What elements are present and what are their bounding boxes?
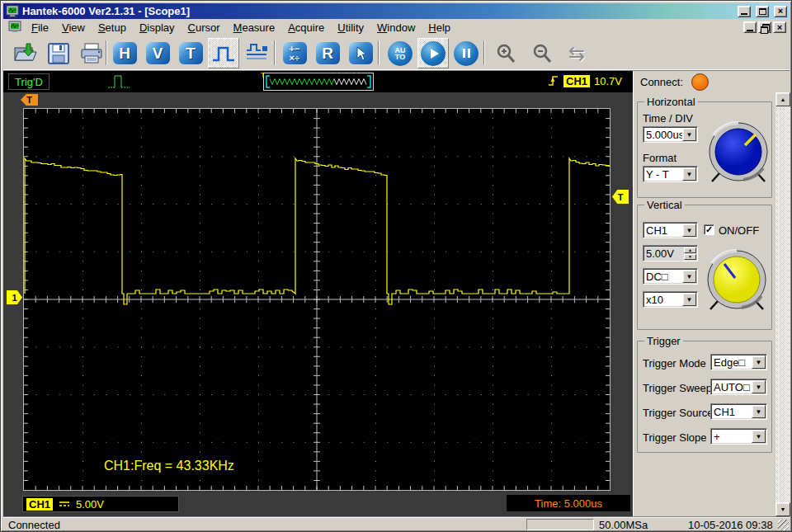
window-title: Hantek-6000 Ver2.1.31 - [Scope1] xyxy=(22,5,190,17)
panel-scrollbar[interactable]: ▲ ▼ xyxy=(776,92,790,516)
menu-acquire[interactable]: Acquire xyxy=(281,20,331,35)
play-icon xyxy=(421,41,446,66)
connect-led xyxy=(691,73,709,91)
swap-arrows-icon: ⇆ xyxy=(568,42,585,65)
trigger-time-marker[interactable]: T xyxy=(21,94,38,106)
channel-select[interactable]: CH1 ▼ xyxy=(643,222,698,238)
trigger-slope-label: Trigger Slope xyxy=(643,431,707,444)
chevron-down-icon[interactable]: ▼ xyxy=(682,270,696,283)
close-button[interactable]: × xyxy=(774,6,787,17)
volts-knob[interactable] xyxy=(702,247,771,316)
zoom-out-button[interactable] xyxy=(526,38,558,68)
chevron-down-icon[interactable]: ▼ xyxy=(752,430,766,443)
chevron-down-icon[interactable]: ▼ xyxy=(682,293,696,306)
mdi-close-button[interactable]: × xyxy=(773,21,786,33)
dc-coupling-icon xyxy=(58,500,71,508)
h-icon: H xyxy=(113,42,137,64)
trigger-sweep-select[interactable]: AUTO□ ▼ xyxy=(710,379,767,395)
spin-up-icon[interactable]: ▲ xyxy=(684,247,696,253)
app-window: Hantek-6000 Ver2.1.31 - [Scope1] × File … xyxy=(0,0,792,532)
menu-setup[interactable]: Setup xyxy=(92,20,133,35)
toolbar: H V T +−×÷ R xyxy=(3,35,790,71)
mdi-minimize-button[interactable] xyxy=(743,21,757,33)
trigger-mode-select[interactable]: Edge□ ▼ xyxy=(710,354,767,370)
channel1-level-marker[interactable]: 1 xyxy=(7,290,22,304)
multi-waveform-button[interactable] xyxy=(241,38,272,68)
trigger-level-marker[interactable]: T xyxy=(612,190,629,204)
horizontal-group-title: Horizontal xyxy=(644,96,698,108)
menu-measure[interactable]: Measure xyxy=(227,20,282,35)
channel1-info-bar: CH1 5.00V xyxy=(22,496,179,512)
menu-utility[interactable]: Utility xyxy=(331,20,370,35)
trig-status-box: Trig'D xyxy=(8,73,50,90)
format-label: Format xyxy=(643,152,676,164)
menu-file[interactable]: File xyxy=(25,20,55,35)
zoom-in-button[interactable] xyxy=(490,38,521,68)
timebase-knob[interactable] xyxy=(704,119,773,188)
maximize-button[interactable] xyxy=(756,6,769,17)
run-button[interactable] xyxy=(417,38,449,68)
math-button[interactable]: +−×÷ xyxy=(279,38,310,68)
reference-button[interactable]: R xyxy=(312,38,343,68)
trigger-source-badge: CH1 xyxy=(563,75,590,87)
waveform-mode-button[interactable] xyxy=(208,38,239,68)
chevron-down-icon[interactable]: ▼ xyxy=(752,355,766,369)
zoom-in-icon xyxy=(495,43,516,64)
coupling-select[interactable]: DC□ ▼ xyxy=(643,268,698,285)
channel1-volts-div: 5.00V xyxy=(76,498,104,511)
pause-icon xyxy=(454,41,478,66)
minimize-button[interactable] xyxy=(738,6,751,17)
menu-display[interactable]: Display xyxy=(133,20,182,35)
format-select[interactable]: Y - T ▼ xyxy=(643,166,698,182)
multi-trace-icon xyxy=(244,43,269,64)
chevron-down-icon[interactable]: ▼ xyxy=(752,405,766,418)
menu-view[interactable]: View xyxy=(55,20,92,35)
mdi-child-icon[interactable] xyxy=(8,21,21,34)
scroll-down-icon[interactable]: ▼ xyxy=(776,502,790,516)
open-button[interactable] xyxy=(10,38,41,68)
connect-pane: Connect: xyxy=(633,71,790,92)
resize-grip[interactable] xyxy=(778,520,789,530)
print-icon xyxy=(80,43,103,64)
horizontal-group: Horizontal Time / DIV 5.000us ▼ Format Y… xyxy=(637,101,772,198)
pause-button[interactable] xyxy=(450,38,482,68)
spin-down-icon[interactable]: ▼ xyxy=(684,254,696,260)
print-button[interactable] xyxy=(76,38,107,68)
time-div-label: Time / DIV xyxy=(643,112,693,125)
swap-disabled-button: ⇆ xyxy=(561,38,592,68)
app-icon xyxy=(6,5,19,18)
toolbar-separator xyxy=(274,40,276,65)
vertical-panel-button[interactable]: V xyxy=(142,38,173,68)
status-progress-panel xyxy=(526,519,594,530)
save-button[interactable] xyxy=(43,38,74,68)
trigger-group: Trigger Trigger Mode Edge□ ▼ Trigger Swe… xyxy=(637,341,772,453)
chevron-down-icon[interactable]: ▼ xyxy=(682,128,696,141)
edge-trigger-icon xyxy=(548,73,559,88)
trigger-source-select[interactable]: CH1 ▼ xyxy=(710,403,767,420)
chevron-down-icon[interactable]: ▼ xyxy=(682,224,696,237)
trigger-status-strip: Trig'D T CH1 10.7V xyxy=(3,71,633,92)
channel-onoff-checkbox[interactable]: ✓ xyxy=(704,224,714,235)
chevron-down-icon[interactable]: ▼ xyxy=(682,167,696,181)
trigger-panel-button[interactable]: T xyxy=(175,38,206,68)
waveform-preview[interactable] xyxy=(263,73,374,91)
mdi-restore-button[interactable] xyxy=(758,21,771,33)
menu-help[interactable]: Help xyxy=(422,20,457,35)
horizontal-panel-button[interactable]: H xyxy=(109,38,140,68)
trigger-slope-select[interactable]: + ▼ xyxy=(710,428,767,445)
cursor-measure-button[interactable] xyxy=(345,38,376,68)
onoff-label: ON/OFF xyxy=(719,224,759,237)
chevron-down-icon[interactable]: ▼ xyxy=(752,380,766,393)
status-bar: Connected 50.00MSa 10-05-2016 09:38 xyxy=(3,516,790,531)
pointer-icon xyxy=(349,42,373,64)
menu-window[interactable]: Window xyxy=(370,20,422,35)
volts-div-stepper[interactable]: 5.00V ▲▼ xyxy=(643,245,698,261)
probe-select[interactable]: x10 ▼ xyxy=(643,291,698,308)
scope-display-area: T CH1:Freq = 43.33KHz 1 T CH1 5.00V Time… xyxy=(3,92,633,516)
trigger-type-pulse-icon xyxy=(107,73,140,91)
scroll-up-icon[interactable]: ▲ xyxy=(776,92,790,106)
menu-cursor[interactable]: Cursor xyxy=(182,20,227,35)
menu-bar: File View Setup Display Cursor Measure A… xyxy=(3,19,790,35)
time-div-select[interactable]: 5.000us ▼ xyxy=(643,126,698,143)
autoset-button[interactable]: AUTO xyxy=(384,38,416,68)
